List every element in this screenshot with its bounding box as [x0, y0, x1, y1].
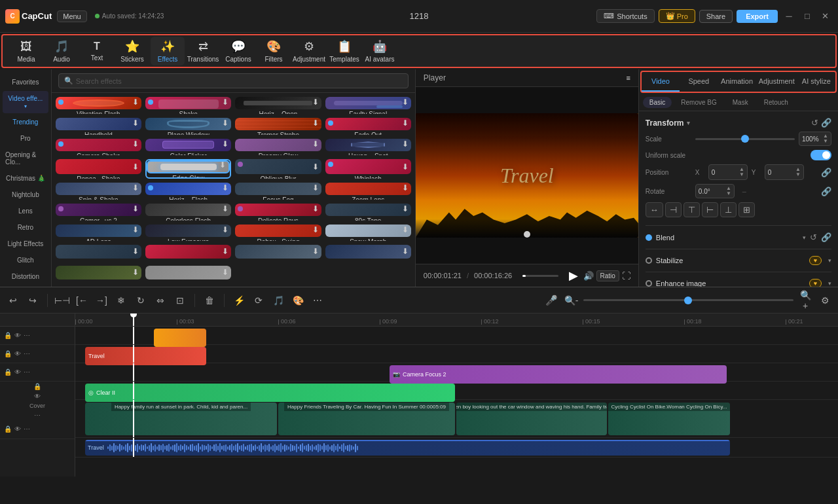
transform-reset-button[interactable]: ↺	[811, 118, 818, 128]
sidebar-item-glitch[interactable]: Glitch	[3, 253, 48, 268]
speed-button[interactable]: ⚡	[231, 293, 247, 308]
align-center-button[interactable]: ⊞	[738, 202, 755, 217]
effect-extra5[interactable]: ⬇	[56, 266, 141, 283]
audio-btn[interactable]: 🎵	[270, 293, 286, 308]
effect-colorless-flash[interactable]: ⬇ Colorless Flash	[145, 204, 231, 221]
scale-slider[interactable]	[695, 138, 795, 140]
redo-button[interactable]: ↪	[25, 293, 41, 308]
effect-zoom-lens[interactable]: ⬇ Zoom Lens	[325, 183, 411, 200]
tool-audio[interactable]: 🎵 Audio	[45, 37, 79, 65]
tool-adjustment[interactable]: ⚙ Adjustment	[292, 37, 326, 65]
sidebar-item-video-effects[interactable]: Video effe... ▾	[3, 91, 48, 113]
color-btn[interactable]: 🎨	[290, 293, 306, 308]
tl-clip-video2[interactable]: Happy Friends Traveling By Car. Having F…	[278, 403, 455, 435]
zoom-in-button[interactable]: 🔍+	[797, 293, 813, 308]
effect-vibration-flash[interactable]: ⬇ Vibration Flash	[56, 97, 141, 114]
tl-clip-effect[interactable]	[154, 329, 206, 347]
tab-ai-stylize[interactable]: AI stylize	[797, 72, 835, 92]
more-btn[interactable]: ⋯	[310, 293, 325, 308]
tool-captions[interactable]: 💬 Captions	[221, 37, 255, 65]
tl-clip-video1[interactable]: Happy family run at sunset in park. Chil…	[85, 403, 277, 435]
effect-oblique-blur[interactable]: ⬇ Oblique Blur	[235, 159, 321, 179]
effect-camera-shake[interactable]: ⬇ Camera Shake	[56, 139, 141, 156]
minimize-button[interactable]: ─	[782, 9, 796, 24]
effect-handheld[interactable]: ⬇ Handheld	[56, 118, 141, 135]
tool-stickers[interactable]: ⭐ Stickers	[115, 37, 149, 65]
enhance-row[interactable]: Enhance image ♥ ▾	[646, 276, 831, 287]
align-top-button[interactable]: ⊤	[683, 202, 700, 217]
effect-edge-glow[interactable]: ⬇ Edge Glow	[145, 159, 231, 179]
effect-horiz-open[interactable]: ⬇ Horiz... Open	[235, 97, 321, 114]
effect-spin-shake[interactable]: ⬇ Spin & Shake	[56, 183, 141, 200]
effect-extra3[interactable]: ⬇	[235, 245, 321, 262]
effect-low-exposure[interactable]: ⬇ Low Exposure	[145, 225, 231, 242]
tl-clip-camera-focus[interactable]: 📷 Camera Focus 2	[390, 365, 727, 384]
sidebar-item-distortion[interactable]: Distortion	[3, 269, 48, 284]
effect-repea-shake[interactable]: ⬇ Repea...Shake	[56, 159, 141, 179]
effect-shake[interactable]: ⬇ Shake	[145, 97, 231, 114]
tool-ai-avatars[interactable]: 🤖 AI avatars	[363, 37, 397, 65]
effect-plane-window[interactable]: ⬇ Plane Window	[145, 118, 231, 135]
effect-tremor-strobe[interactable]: ⬇ Tremor Strobe	[235, 118, 321, 135]
tl-clip-video4[interactable]: Cycling Cyclist On Bike.Woman Cycling On…	[608, 403, 730, 435]
y-down-arrow[interactable]: ▼	[795, 172, 801, 177]
align-right-button[interactable]: ⊢	[702, 202, 718, 217]
sidebar-item-retro[interactable]: Retro	[3, 220, 48, 235]
loop-button[interactable]: ↻	[133, 293, 149, 308]
effect-snow-morph[interactable]: ⬇ Snow Morph	[325, 225, 411, 242]
freeze-button[interactable]: ❄	[113, 293, 129, 308]
tab-speed[interactable]: Speed	[680, 72, 718, 92]
effect-extra1[interactable]: ⬇	[56, 245, 141, 262]
zoom-slider[interactable]	[583, 299, 794, 301]
sub-tab-remove-bg[interactable]: Remove BG	[674, 97, 723, 108]
align-left-button[interactable]: ⊣	[665, 202, 682, 217]
pro-button[interactable]: 👑 Pro	[659, 9, 695, 23]
split-button[interactable]: ⊢⊣	[54, 293, 70, 308]
ratio-badge[interactable]: Ratio	[596, 270, 619, 281]
align-bottom-button[interactable]: ⊥	[720, 202, 737, 217]
shortcuts-button[interactable]: ⌨ Shortcuts	[596, 9, 654, 23]
tl-clip-clear[interactable]: ◎ Clear II	[85, 384, 455, 402]
x-down-arrow[interactable]: ▼	[739, 172, 744, 177]
flip-h-button[interactable]: ↔	[646, 202, 663, 217]
stabilize-row[interactable]: Stabilize ♥ ▾	[646, 253, 831, 268]
effect-80s-tape[interactable]: ⬇ 80s Tape	[325, 204, 411, 221]
mirror-button[interactable]: ⇔	[153, 293, 168, 308]
tab-video[interactable]: Video	[642, 72, 680, 92]
delete-button[interactable]: 🗑	[202, 293, 217, 308]
tool-templates[interactable]: 📋 Templates	[327, 37, 361, 65]
playhead[interactable]	[133, 314, 134, 326]
play-button[interactable]: ▶	[569, 268, 578, 283]
menu-button[interactable]: Menu	[57, 10, 87, 22]
trim-left-button[interactable]: [←	[74, 293, 90, 308]
tl-clip-audio[interactable]: Travel	[85, 440, 730, 456]
blend-link-button[interactable]: 🔗	[821, 232, 831, 242]
export-button[interactable]: Export	[737, 10, 778, 23]
tool-filters[interactable]: 🎨 Filters	[257, 37, 291, 65]
player-menu-icon[interactable]: ≡	[626, 74, 630, 82]
tab-animation[interactable]: Animation	[718, 72, 756, 92]
zoom-out-button[interactable]: 🔍-	[564, 293, 579, 308]
effect-color-flicker[interactable]: ⬇ Color Flicker	[145, 139, 231, 156]
sidebar-item-nightclub[interactable]: Nightclub	[3, 187, 48, 202]
transform-header[interactable]: Transform ▾ ↺ 🔗	[646, 118, 831, 128]
crop-button[interactable]: ⊡	[172, 293, 188, 308]
sidebar-item-spark[interactable]: Spark	[3, 285, 48, 287]
effect-rebou-swing[interactable]: ⬇ Rebou...Swing	[235, 225, 321, 242]
position-link-button[interactable]: 🔗	[821, 168, 831, 177]
effect-faulty-signal[interactable]: ⬇ Faulty Signal	[325, 97, 411, 114]
blend-reset-button[interactable]: ↺	[810, 232, 817, 242]
tool-effects[interactable]: ✨ Effects	[151, 37, 185, 65]
sub-tab-retouch[interactable]: Retouch	[757, 97, 795, 108]
sub-tab-basic[interactable]: Basic	[643, 97, 672, 108]
uniform-scale-toggle[interactable]	[811, 150, 831, 160]
tool-media[interactable]: 🖼 Media	[9, 37, 43, 65]
sub-tab-mask[interactable]: Mask	[726, 97, 755, 108]
tl-clip-travel-text[interactable]: Travel	[85, 347, 206, 365]
trim-right-button[interactable]: →]	[94, 293, 109, 308]
rotate-down-arrow[interactable]: ▼	[726, 191, 731, 196]
close-button[interactable]: ✕	[818, 9, 833, 24]
sidebar-item-opening[interactable]: Opening & Clo...	[3, 147, 48, 170]
tool-text[interactable]: T Text	[80, 37, 114, 65]
sidebar-item-light[interactable]: Light Effects	[3, 236, 48, 251]
